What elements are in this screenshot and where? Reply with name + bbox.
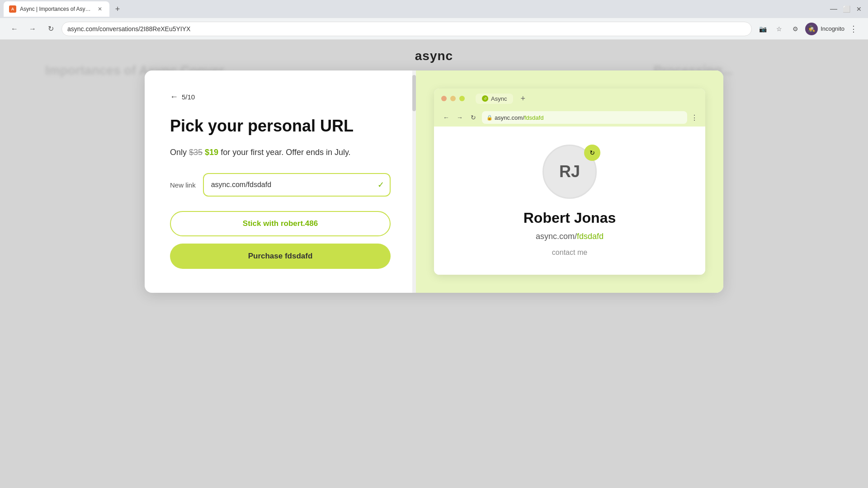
stick-with-button[interactable]: Stick with robert.486 xyxy=(170,211,391,236)
menu-icon[interactable]: ⋮ xyxy=(846,22,861,36)
price-intro: Only xyxy=(170,148,187,157)
left-panel: ← 5/10 Pick your personal URL Only $35 $… xyxy=(145,70,416,293)
preview-lock-icon: 🔒 xyxy=(486,115,493,121)
incognito-icon: 🕵 xyxy=(805,23,818,35)
profile-card: RJ ↺ Robert Jonas async.com/fdsdafd cont… xyxy=(434,127,705,275)
tab-title: Async | Importances of Asynch Co... xyxy=(20,6,92,12)
page-content: async Importances of Async Conver... Pro… xyxy=(0,40,868,488)
avatar-badge: ↺ xyxy=(584,145,600,161)
preview-url-slug: fdsdafd xyxy=(524,114,544,121)
avatar-initials: RJ xyxy=(559,162,580,181)
back-nav[interactable]: ← 5/10 xyxy=(170,92,391,102)
new-link-row: New link ✓ xyxy=(170,173,391,197)
profile-contact: contact me xyxy=(552,249,587,257)
preview-back-button[interactable]: ← xyxy=(441,113,451,122)
purchase-button[interactable]: Purchase fdsdafd xyxy=(170,244,391,269)
avatar-badge-icon: ↺ xyxy=(590,149,595,156)
preview-tab-label: Async xyxy=(491,95,507,102)
preview-dot-yellow xyxy=(450,96,456,101)
window-restore-button[interactable]: ⬜ xyxy=(841,4,852,14)
right-panel: ↺ Async + ← → ↻ 🔒 async.com/fdsdafd xyxy=(416,70,723,293)
toolbar-right: 📷 ☆ ⚙ 🕵 Incognito ⋮ xyxy=(755,22,861,36)
browser-window: A Async | Importances of Asynch Co... ✕ … xyxy=(0,0,868,488)
url-text: async.com/conversations/2I88ReXEu5YIYX xyxy=(67,25,190,33)
forward-button[interactable]: → xyxy=(25,22,40,36)
price-sale: $19 xyxy=(205,148,218,157)
scrollbar-thumb[interactable] xyxy=(412,75,416,111)
refresh-button[interactable]: ↻ xyxy=(43,22,58,36)
profile-url-prefix: async.com/ xyxy=(536,232,577,241)
preview-tab[interactable]: ↺ Async xyxy=(476,94,513,104)
preview-address-bar: ← → ↻ 🔒 async.com/fdsdafd ⋮ xyxy=(434,108,705,127)
new-link-label: New link xyxy=(170,181,196,189)
preview-refresh-button[interactable]: ↻ xyxy=(468,113,478,122)
price-text: Only $35 $19 for your first year. Offer … xyxy=(170,146,391,159)
preview-dot-green xyxy=(459,96,465,101)
window-minimize-button[interactable]: — xyxy=(828,4,839,14)
back-button[interactable]: ← xyxy=(7,22,22,36)
profile-url: async.com/fdsdafd xyxy=(536,232,604,241)
profile-icon[interactable]: 🕵 xyxy=(804,22,819,36)
preview-url-prefix: async.com/ xyxy=(495,114,524,121)
preview-more-button[interactable]: ⋮ xyxy=(691,113,698,122)
profile-url-slug: fdsdafd xyxy=(577,232,604,241)
new-tab-button[interactable]: + xyxy=(111,3,124,15)
page-title: Pick your personal URL xyxy=(170,116,391,136)
preview-tab-bar: ↺ Async + xyxy=(434,89,705,108)
check-icon: ✓ xyxy=(377,180,384,190)
browser-titlebar: A Async | Importances of Asynch Co... ✕ … xyxy=(0,0,868,18)
step-label: 5/10 xyxy=(182,93,195,101)
link-input[interactable] xyxy=(203,173,391,197)
scrollbar[interactable] xyxy=(412,70,416,293)
main-modal: ← 5/10 Pick your personal URL Only $35 $… xyxy=(145,70,723,293)
tab-favicon: A xyxy=(9,5,16,13)
price-suffix: for your first year. Offer ends in July. xyxy=(221,148,350,157)
avatar-wrapper: RJ ↺ xyxy=(542,145,597,199)
profile-name: Robert Jonas xyxy=(524,210,616,226)
preview-forward-button[interactable]: → xyxy=(455,113,465,122)
browser-toolbar: ← → ↻ async.com/conversations/2I88ReXEu5… xyxy=(0,18,868,40)
tab-bar: A Async | Importances of Asynch Co... ✕ … xyxy=(4,1,124,17)
price-original: $35 xyxy=(189,148,203,157)
preview-new-tab-button[interactable]: + xyxy=(520,94,525,103)
preview-dot-red xyxy=(441,96,447,101)
address-bar[interactable]: async.com/conversations/2I88ReXEu5YIYX xyxy=(61,22,752,36)
bookmark-icon[interactable]: ☆ xyxy=(772,22,786,36)
preview-browser: ↺ Async + ← → ↻ 🔒 async.com/fdsdafd xyxy=(434,89,705,275)
window-close-button[interactable]: ✕ xyxy=(854,4,864,14)
async-logo: async xyxy=(415,49,453,63)
active-tab[interactable]: A Async | Importances of Asynch Co... ✕ xyxy=(4,1,109,17)
tab-close-button[interactable]: ✕ xyxy=(96,5,104,13)
back-arrow-icon: ← xyxy=(170,92,178,102)
extensions-icon[interactable]: ⚙ xyxy=(788,22,802,36)
preview-url-bar[interactable]: 🔒 async.com/fdsdafd xyxy=(482,111,687,124)
camera-off-icon[interactable]: 📷 xyxy=(755,22,770,36)
link-input-wrapper: ✓ xyxy=(203,173,391,197)
incognito-label: Incognito xyxy=(821,25,844,32)
preview-tab-favicon: ↺ xyxy=(482,95,488,102)
